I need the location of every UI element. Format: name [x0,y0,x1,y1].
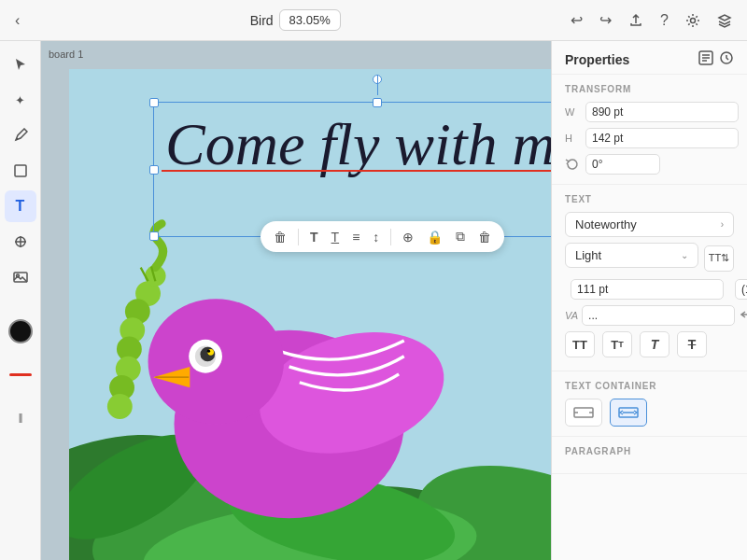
floating-toolbar: 🗑 T T ≡ ↕ ⊕ 🔒 ⧉ 🗑 [261,221,504,252]
container-btn-row [565,399,734,427]
svg-rect-1 [15,165,26,176]
shape-tool[interactable] [5,155,36,187]
handle-tl[interactable] [149,98,159,107]
ft-text-style-btn[interactable]: T [308,228,320,246]
rotation-row [565,154,734,175]
ft-delete-btn[interactable]: 🗑 [272,228,289,246]
w-input[interactable] [585,102,739,122]
settings-button[interactable] [682,9,704,32]
handle-ml[interactable] [149,165,159,175]
paragraph-label: PARAGRAPH [565,446,734,456]
panel-header: Properties [552,41,747,75]
document-title: Bird [250,13,274,28]
font-family-chevron: › [721,219,724,230]
va-label: VA [565,310,578,321]
ft-lock-btn[interactable]: 🔒 [425,228,444,246]
h-input[interactable] [585,128,739,148]
font-family-dropdown[interactable]: Noteworthy › [565,212,734,237]
zoom-indicator[interactable]: 83.05% [279,9,341,31]
ft-divider-1 [298,229,299,245]
top-bar-left: ‹ [11,8,23,33]
panel-tab-extra[interactable] [719,50,734,68]
svg-point-29 [107,394,133,419]
ft-copy-btn[interactable]: ⧉ [454,227,467,246]
top-bar-center: Bird 83.05% [250,9,341,31]
lines-tool[interactable]: || [5,401,36,433]
ft-add-btn[interactable]: ⊕ [401,228,416,246]
redo-button[interactable]: ↪ [596,7,615,33]
left-toolbar: ✦ T || [0,41,41,560]
tracking-label [740,308,747,323]
text-section: TEXT Noteworthy › Light ⌄ TT⇅ [552,185,747,371]
panel-title: Properties [565,52,629,67]
pointer-tool[interactable] [5,49,36,80]
handle-bl[interactable] [149,231,159,241]
transform-tool[interactable] [5,226,36,258]
text-format-btn[interactable]: TT⇅ [704,245,734,272]
share-button[interactable] [625,9,647,32]
w-label: W [565,106,580,118]
layers-button[interactable] [713,9,736,32]
font-weight-chevron: ⌄ [681,250,688,260]
text-container-label: TEXT CONTAINER [565,381,734,391]
rotation-line [377,75,378,95]
transform-section: TRANSFORM W ↔ 🔒 X H [552,75,747,185]
tc-fixed-btn[interactable] [565,399,602,427]
font-size-row [565,279,734,300]
text-selection-box[interactable]: Come fly with me [153,102,551,237]
image-tool[interactable] [5,261,36,293]
back-button[interactable]: ‹ [11,8,23,33]
svg-point-20 [207,349,210,352]
h-label: H [565,133,580,144]
top-bar: ‹ Bird 83.05% ↩ ↪ ? [0,0,747,41]
ft-spacing-btn[interactable]: ↕ [371,228,381,246]
sparkle-tool[interactable]: ✦ [5,84,36,116]
tt-caps-btn[interactable]: TT [565,331,595,357]
stroke-indicator[interactable] [5,358,36,390]
text-style-row: TT TT T T [565,331,734,357]
transform-label: TRANSFORM [565,84,734,94]
font-size-input[interactable] [571,279,724,300]
handle-tm[interactable] [373,98,382,107]
text-tool[interactable]: T [5,190,36,222]
panel-tabs [698,50,734,68]
top-bar-right: ↩ ↪ ? [567,7,736,33]
text-section-label: TEXT [565,194,734,204]
canvas-text-display: Come fly with me [154,103,551,187]
ft-underline-btn[interactable]: T [330,228,342,246]
line-height-input[interactable] [735,279,747,300]
t-italic-btn[interactable]: T [640,331,669,357]
pen-tool[interactable] [5,119,36,151]
spell-underline [162,170,551,172]
va-tracking-row: VA [565,305,734,326]
svg-point-0 [690,18,695,22]
paragraph-section: PARAGRAPH [552,437,747,474]
help-button[interactable]: ? [656,8,672,33]
undo-button[interactable]: ↩ [567,7,586,33]
font-weight-name: Light [575,248,601,262]
panel-tab-properties[interactable] [698,50,713,68]
text-container-section: TEXT CONTAINER [552,371,747,437]
ft-trash-btn[interactable]: 🗑 [476,228,493,246]
font-family-name: Noteworthy [575,217,637,231]
va-input[interactable] [582,305,735,326]
right-panel: Properties TRANSFORM W ↔ [551,41,747,560]
t-strike-btn[interactable]: T [677,331,707,357]
rotation-icon [565,157,580,172]
font-weight-dropdown[interactable]: Light ⌄ [565,243,698,268]
canvas-content: Come fly with me 🗑 T T ≡ ↕ ⊕ 🔒 ⧉ 🗑 [69,69,551,560]
tt-small-btn[interactable]: TT [602,331,632,357]
rotation-input[interactable] [585,154,660,175]
artboard-label: board 1 [49,49,83,60]
ft-divider-2 [390,229,391,245]
ft-align-btn[interactable]: ≡ [350,228,361,246]
main-layout: ✦ T || board 1 [0,41,747,560]
color-swatch[interactable] [8,319,33,343]
canvas-area[interactable]: board 1 [41,41,551,560]
tc-auto-btn[interactable] [610,399,647,427]
